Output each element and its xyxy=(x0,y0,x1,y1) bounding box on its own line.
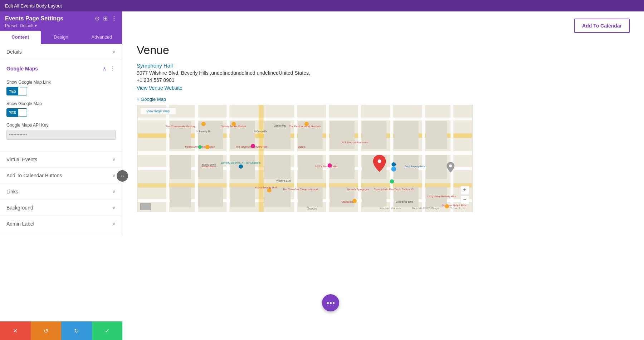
svg-text:ACE Medical Pharmacy: ACE Medical Pharmacy xyxy=(341,141,368,144)
google-maps-header[interactable]: Google Maps ∧ ⋮ xyxy=(0,60,122,77)
section-links[interactable]: Links ∨ xyxy=(0,184,122,200)
svg-point-72 xyxy=(205,145,210,149)
svg-rect-14 xyxy=(358,105,361,212)
svg-rect-38 xyxy=(230,187,255,207)
add-to-calendar-row: Add To Calendar xyxy=(137,19,630,33)
svg-rect-36 xyxy=(170,187,191,207)
section-details[interactable]: Details ∨ xyxy=(0,44,122,60)
api-key-label: Google Maps API Key xyxy=(6,123,116,128)
svg-point-81 xyxy=(198,145,202,149)
svg-rect-26 xyxy=(426,121,447,149)
svg-text:Beverly Hills Fire Dept. Stati: Beverly Hills Fire Dept. Station #3 xyxy=(374,188,414,191)
svg-rect-30 xyxy=(264,155,291,179)
svg-text:N Beverly Dr: N Beverly Dr xyxy=(196,130,211,133)
svg-text:SIXTY Beverly Hills: SIXTY Beverly Hills xyxy=(314,165,338,168)
chevron-admin: ∨ xyxy=(112,221,116,226)
svg-text:Google: Google xyxy=(307,207,317,210)
svg-point-73 xyxy=(267,188,272,192)
chevron-google-maps-up: ∧ xyxy=(103,66,106,72)
svg-text:The Chiro Guy Chiropractic and: The Chiro Guy Chiropractic and... xyxy=(283,188,319,191)
google-maps-section: Google Maps ∧ ⋮ Show Google Map Link YE xyxy=(0,60,122,152)
svg-point-78 xyxy=(391,167,396,172)
section-admin-label[interactable]: Admin Label ∨ xyxy=(0,216,122,232)
toggle-knob-2 xyxy=(20,109,27,117)
show-map-label: Show Google Map xyxy=(6,101,116,106)
layout-icon[interactable]: ⊞ xyxy=(103,15,108,22)
section-links-label: Links xyxy=(6,189,18,194)
google-maps-body: Show Google Map Link YES Show Google Map… xyxy=(0,77,122,151)
toggle-yes-label-2: YES xyxy=(7,109,18,117)
svg-point-74 xyxy=(352,199,357,203)
svg-rect-4 xyxy=(138,151,472,155)
sidebar-title: Events Page Settings xyxy=(5,15,63,22)
venue-address: 9077 Wilshire Blvd, Beverly Hills ,undef… xyxy=(137,70,630,76)
venue-phone: +1 234 567 8901 xyxy=(137,77,630,83)
bottom-bar: ✕ ↺ ↻ ✓ xyxy=(0,321,122,340)
field-show-map-link: Show Google Map Link YES xyxy=(6,80,116,95)
google-map-link[interactable]: + Google Map xyxy=(137,97,630,102)
drag-handle[interactable]: ↔ xyxy=(117,170,128,182)
svg-rect-97 xyxy=(141,203,151,210)
save-button[interactable]: ✓ xyxy=(92,321,123,340)
three-dots-icon xyxy=(327,302,335,304)
api-key-input[interactable] xyxy=(6,130,116,140)
svg-rect-10 xyxy=(226,105,229,212)
top-bar: Edit All Events Body Layout xyxy=(0,0,644,11)
show-map-link-toggle[interactable]: YES xyxy=(6,87,27,95)
svg-text:−: − xyxy=(463,196,466,202)
svg-text:Clifton Way: Clifton Way xyxy=(274,124,287,127)
svg-text:Terms of Use: Terms of Use xyxy=(450,207,465,210)
svg-text:Nessah Synagogue: Nessah Synagogue xyxy=(347,188,369,191)
chevron-details: ∨ xyxy=(112,49,116,54)
more-google-maps-icon[interactable]: ⋮ xyxy=(110,65,116,72)
cancel-button[interactable]: ✕ xyxy=(0,321,31,340)
toggle-yes-label: YES xyxy=(7,87,18,95)
svg-text:Lazy Daisy Beverly Hills: Lazy Daisy Beverly Hills xyxy=(428,195,456,198)
sidebar-scroll: Details ∨ Google Maps ∧ ⋮ xyxy=(0,44,122,236)
undo-button[interactable]: ↺ xyxy=(31,321,62,340)
venue-website-link[interactable]: View Venue Website xyxy=(137,85,630,91)
show-map-toggle[interactable]: YES xyxy=(6,108,27,117)
section-details-label: Details xyxy=(6,49,22,55)
chevron-background: ∨ xyxy=(112,205,116,210)
svg-rect-24 xyxy=(362,121,387,149)
svg-point-75 xyxy=(445,204,449,208)
venue-name-link[interactable]: Symphony Hall xyxy=(137,63,630,69)
fab-button[interactable] xyxy=(322,294,339,311)
map-svg: N Beverly Dr N Canon Dr Wilshire Blvd Ro… xyxy=(137,105,473,212)
svg-point-82 xyxy=(390,179,394,184)
add-to-calendar-button[interactable]: Add To Calendar xyxy=(574,19,630,33)
section-add-to-calendar[interactable]: Add To Calendar Buttons ∨ xyxy=(0,168,122,184)
svg-text:Charleville Blvd: Charleville Blvd xyxy=(396,201,413,203)
section-background[interactable]: Background ∨ xyxy=(0,200,122,216)
svg-rect-12 xyxy=(294,105,297,212)
svg-text:View larger map: View larger map xyxy=(147,109,170,113)
target-icon[interactable]: ⊙ xyxy=(95,15,99,22)
redo-button[interactable]: ↻ xyxy=(61,321,92,340)
svg-rect-11 xyxy=(259,105,264,212)
section-background-label: Background xyxy=(6,205,33,211)
chevron-calendar: ∨ xyxy=(112,173,116,178)
svg-text:Rodeo Drive: Rodeo Drive xyxy=(201,165,216,168)
more-icon[interactable]: ⋮ xyxy=(111,15,117,22)
svg-text:Map data ©2023 Google: Map data ©2023 Google xyxy=(412,207,439,210)
svg-point-69 xyxy=(201,122,206,126)
section-google-maps-label: Google Maps xyxy=(6,66,38,72)
toggle-knob xyxy=(20,87,27,95)
svg-rect-23 xyxy=(330,121,355,149)
tab-content[interactable]: Content xyxy=(0,31,41,44)
tab-design[interactable]: Design xyxy=(41,31,82,44)
svg-text:+: + xyxy=(463,187,466,193)
section-virtual-events[interactable]: Virtual Events ∨ xyxy=(0,152,122,168)
svg-rect-9 xyxy=(195,105,198,212)
svg-text:Spago: Spago xyxy=(298,146,305,148)
tab-advanced[interactable]: Advanced xyxy=(81,31,122,44)
svg-point-70 xyxy=(231,122,236,126)
svg-text:Wilshire Blvd: Wilshire Blvd xyxy=(276,179,291,182)
show-map-link-label: Show Google Map Link xyxy=(6,80,116,85)
svg-rect-2 xyxy=(138,118,472,120)
section-virtual-events-label: Virtual Events xyxy=(6,157,37,162)
field-api-key: Google Maps API Key xyxy=(6,123,116,140)
svg-rect-37 xyxy=(198,187,223,207)
preset-label[interactable]: Preset: Default ▾ xyxy=(5,23,117,28)
